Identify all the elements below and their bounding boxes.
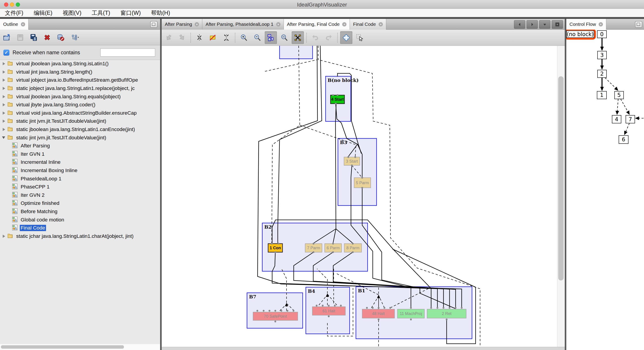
folder-icon [7, 60, 13, 67]
save-graph-button[interactable] [14, 31, 26, 44]
control-flow-svg: (no block)03215476 [566, 30, 644, 350]
outline-hscrollbar-thumb[interactable] [1, 345, 124, 349]
method-item[interactable]: virtual jint java.lang.String.length() [0, 68, 160, 76]
redo-button[interactable] [323, 31, 335, 44]
cut-edges-button[interactable] [292, 31, 304, 44]
port-dot [336, 94, 338, 96]
port-dot [274, 321, 276, 323]
method-item[interactable]: virtual jbyte java.lang.String.coder() [0, 101, 160, 109]
method-item[interactable]: static jboolean java.lang.StringLatin1.c… [0, 125, 160, 134]
undo-button[interactable] [309, 31, 321, 44]
graph-item[interactable]: Optimize finished [0, 199, 160, 208]
graph-item[interactable]: PhaseIdealLoop 1 [0, 175, 160, 183]
extract-prev-button[interactable] [162, 31, 174, 44]
graph-item[interactable]: Iter GVN 1 [0, 150, 160, 158]
node-label: 11 MachProj [400, 312, 422, 316]
method-item[interactable]: static jint jvm.jit.TestJIT.doubleValue(… [0, 117, 160, 125]
graph-vscrollbar-thumb[interactable] [558, 76, 564, 281]
graph-item[interactable]: PhaseCPP 1 [0, 183, 160, 191]
close-icon[interactable]: × [378, 22, 383, 26]
menu-item-2[interactable]: 视图(V) [63, 9, 81, 16]
editor-tab-3[interactable]: Final Code× [350, 19, 386, 30]
zoom-in-button[interactable] [238, 31, 250, 44]
port-dot [274, 310, 276, 312]
method-item[interactable]: virtual jboolean java.lang.String.equals… [0, 92, 160, 101]
menu-item-4[interactable]: 窗口(W) [120, 9, 141, 16]
pan-mode-button[interactable] [340, 31, 352, 44]
structure-button[interactable] [68, 31, 83, 44]
save-all-button[interactable] [28, 31, 40, 44]
splitter[interactable] [565, 19, 566, 350]
tree-item-label: Iter GVN 2 [20, 192, 45, 198]
close-icon[interactable]: × [276, 22, 280, 26]
filter-input[interactable] [100, 48, 155, 56]
method-item[interactable]: static jobject java.lang.StringLatin1.re… [0, 84, 160, 93]
menu-item-1[interactable]: 编辑(E) [34, 9, 52, 16]
editor-tab-2[interactable]: After Parsing, Final Code× [284, 19, 350, 30]
editor-tab-1[interactable]: After Parsing, PhaseIdealLoop 1× [202, 19, 284, 30]
selection-mode-button[interactable] [354, 31, 366, 44]
minimize-panel-icon[interactable] [150, 21, 158, 28]
show-blocks-button[interactable] [265, 31, 277, 44]
tab-outline[interactable]: Outline × [0, 19, 28, 30]
graph-item[interactable]: Global code motion [0, 216, 160, 224]
graph-item[interactable]: Final Code [0, 224, 160, 232]
tree-item-label: Final Code [20, 225, 46, 231]
node-label: 8 Parm [346, 246, 359, 250]
tree-item-label: virtual void java.lang.AbstractStringBui… [15, 110, 138, 116]
editor-toolbar [162, 30, 565, 46]
method-item[interactable]: virtual jobject java.io.BufferedInputStr… [0, 76, 160, 84]
expand-diff-button[interactable] [220, 31, 232, 44]
close-icon[interactable]: × [21, 22, 25, 26]
receive-checkbox[interactable]: ✓ [3, 49, 10, 56]
menu-item-5[interactable]: 帮助(H) [151, 9, 170, 16]
tree-item-label: Iter GVN 1 [20, 151, 45, 157]
minimize-panel-icon[interactable] [635, 21, 642, 28]
method-item[interactable]: virtual jboolean java.lang.String.isLati… [0, 60, 160, 68]
close-icon[interactable]: × [342, 22, 346, 26]
remove-graph-button[interactable] [41, 31, 53, 44]
close-icon[interactable]: × [599, 22, 603, 26]
node-label: 6 Parm [326, 246, 340, 250]
graph-item[interactable]: Before Matching [0, 208, 160, 216]
nav-max-button[interactable] [552, 20, 563, 29]
tab-control-flow[interactable]: Control Flow × [566, 19, 606, 30]
hide-duplicates-button[interactable] [207, 31, 219, 44]
shrink-diff-button[interactable] [193, 31, 206, 44]
port-dot [366, 307, 368, 309]
graph-vscrollbar[interactable] [557, 46, 565, 347]
nav-right-button[interactable] [526, 20, 538, 29]
cfg-node-label: (no block) [567, 31, 594, 37]
outline-hscrollbar[interactable] [0, 344, 160, 350]
editor-tab-0[interactable]: After Parsing× [162, 19, 202, 30]
nav-left-button[interactable] [514, 20, 525, 29]
menu-item-3[interactable]: 工具(T) [92, 9, 110, 16]
method-item[interactable]: static jint jvm.jit.TestJIT.doubleValue(… [0, 133, 160, 142]
port-dot [378, 319, 380, 320]
graph-item[interactable]: Iter GVN 2 [0, 191, 160, 199]
splitter[interactable] [160, 19, 162, 350]
tree-item-label: Incremental Inline [20, 159, 62, 165]
method-item[interactable]: static jchar java.lang.StringLatin1.char… [0, 232, 160, 240]
folder-icon [7, 69, 13, 75]
open-folder-button[interactable] [1, 31, 13, 44]
port-dot [312, 243, 314, 245]
close-icon[interactable]: × [195, 22, 199, 26]
graph-item[interactable]: After Parsing [0, 142, 160, 150]
graph-item[interactable]: Incremental Boxing Inline [0, 166, 160, 175]
graph-item[interactable]: Incremental Inline [0, 158, 160, 166]
cfg-node-label: 0 [600, 31, 604, 37]
port-dot [430, 307, 432, 309]
graph-icon [12, 151, 18, 157]
graph-icon [12, 175, 18, 182]
remove-all-button[interactable] [54, 31, 67, 44]
overview-button[interactable] [278, 31, 290, 44]
method-item[interactable]: virtual void java.lang.AbstractStringBui… [0, 109, 160, 117]
graph-hscrollbar[interactable] [162, 347, 565, 350]
block-label: B(no block) [328, 77, 358, 83]
menu-item-0[interactable]: 文件(F) [5, 9, 23, 16]
extract-next-button[interactable] [176, 31, 188, 44]
nav-down-button[interactable] [539, 20, 550, 29]
zoom-out-button[interactable] [251, 31, 264, 44]
cfg-node-label: 4 [615, 116, 618, 122]
